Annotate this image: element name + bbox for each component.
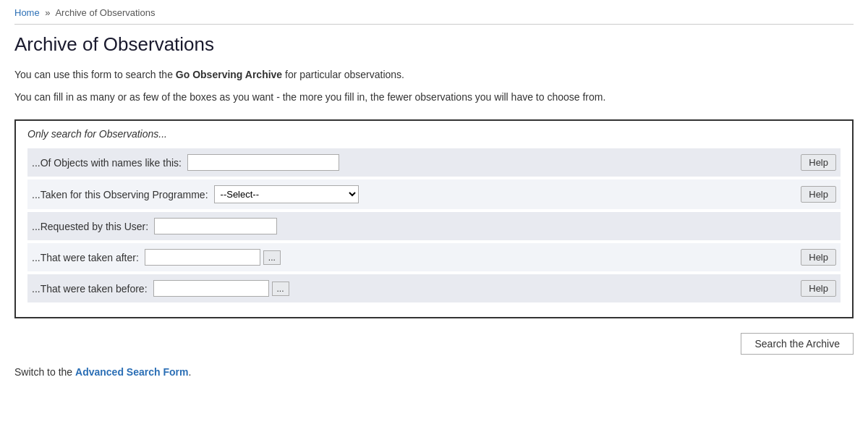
taken-after-input-wrapper: ...	[145, 249, 793, 266]
taken-after-label: ...That were taken after:	[32, 252, 139, 263]
taken-after-ellipsis-button[interactable]: ...	[263, 250, 281, 265]
taken-before-ellipsis-button[interactable]: ...	[272, 282, 289, 296]
object-name-input[interactable]	[187, 154, 339, 171]
page-title: Archive of Observations	[14, 33, 854, 56]
object-help-wrapper: Help	[793, 154, 836, 171]
breadcrumb-current: Archive of Observations	[55, 7, 155, 18]
footer-text: Switch to the Advanced Search Form.	[14, 366, 854, 378]
taken-before-help-button[interactable]: Help	[801, 280, 836, 297]
form-row-programme: ...Taken for this Observing Programme: -…	[27, 179, 841, 209]
taken-after-help-wrapper: Help	[793, 249, 836, 266]
actions-row: Search the Archive	[14, 333, 854, 355]
footer-prefix: Switch to the	[14, 366, 75, 378]
advanced-search-link[interactable]: Advanced Search Form	[75, 366, 188, 378]
programme-help-wrapper: Help	[793, 186, 836, 203]
breadcrumb: Home » Archive of Observations	[14, 7, 854, 25]
description1-prefix: You can use this form to search the	[14, 69, 176, 80]
description1-bold: Go Observing Archive	[176, 69, 282, 80]
taken-after-input[interactable]	[145, 249, 260, 266]
taken-before-input-wrapper: ...	[153, 280, 794, 297]
page-wrapper: Home » Archive of Observations Archive o…	[0, 0, 868, 392]
user-label: ...Requested by this User:	[32, 221, 148, 232]
object-name-label: ...Of Objects with names like this:	[32, 157, 182, 169]
taken-after-help-button[interactable]: Help	[801, 249, 836, 266]
user-input-wrapper	[154, 218, 836, 234]
object-name-input-wrapper	[187, 154, 793, 171]
description-text-2: You can fill in as many or as few of the…	[14, 90, 854, 105]
taken-before-help-wrapper: Help	[793, 280, 836, 297]
breadcrumb-separator: »	[45, 7, 50, 18]
programme-input-wrapper: --Select--	[214, 185, 794, 203]
user-input[interactable]	[154, 218, 277, 234]
description-text-1: You can use this form to search the Go O…	[14, 67, 854, 82]
form-row-taken-after: ...That were taken after: ... Help	[27, 243, 841, 271]
description1-suffix: for particular observations.	[282, 69, 404, 80]
breadcrumb-home-link[interactable]: Home	[14, 7, 40, 18]
footer-suffix: .	[188, 366, 191, 378]
programme-help-button[interactable]: Help	[801, 186, 836, 203]
programme-select[interactable]: --Select--	[214, 185, 359, 203]
form-row-taken-before: ...That were taken before: ... Help	[27, 274, 841, 302]
search-box-title: Only search for Observations...	[27, 128, 841, 140]
programme-label: ...Taken for this Observing Programme:	[32, 189, 208, 200]
form-row-user: ...Requested by this User:	[27, 212, 841, 240]
form-row-object: ...Of Objects with names like this: Help	[27, 148, 841, 177]
search-box: Only search for Observations... ...Of Ob…	[14, 119, 854, 318]
object-help-button[interactable]: Help	[801, 154, 836, 171]
taken-before-input[interactable]	[153, 280, 269, 297]
search-archive-button[interactable]: Search the Archive	[741, 333, 854, 355]
taken-before-label: ...That were taken before:	[32, 283, 148, 295]
